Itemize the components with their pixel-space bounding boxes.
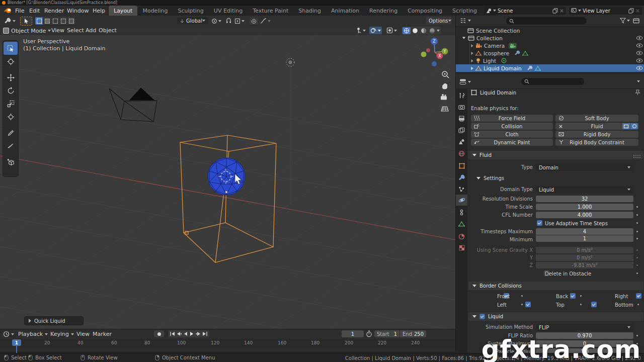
- editor-type-button[interactable]: [4, 18, 16, 24]
- tab-sculpting[interactable]: Sculpting: [173, 6, 208, 16]
- liquid-enable-checkbox[interactable]: [479, 314, 485, 319]
- play-button[interactable]: [189, 331, 195, 336]
- animate-dot[interactable]: [636, 222, 638, 224]
- shading-rendered-button[interactable]: [428, 27, 436, 34]
- options-dropdown[interactable]: Options: [426, 17, 452, 24]
- outliner-filter-button[interactable]: [620, 18, 630, 24]
- camera-view-button[interactable]: [441, 94, 447, 100]
- viewport-menu-add[interactable]: Add: [86, 27, 96, 34]
- gravity-x-field[interactable]: 0 m/s²: [536, 247, 633, 253]
- tab-scene[interactable]: [456, 137, 467, 147]
- eye-icon[interactable]: [636, 43, 643, 48]
- show-overlays-button[interactable]: [369, 27, 382, 34]
- select-mode-extend-button[interactable]: [43, 17, 51, 25]
- viewport-menu-select[interactable]: Select: [67, 27, 84, 34]
- tab-material[interactable]: [456, 231, 467, 241]
- properties-options-chevron-icon[interactable]: [637, 80, 640, 82]
- tool-rotate[interactable]: [4, 84, 18, 97]
- play-reverse-button[interactable]: [183, 331, 188, 336]
- scene-unlink-icon[interactable]: [559, 9, 564, 13]
- adaptive-timesteps-checkbox[interactable]: [537, 220, 542, 226]
- panel-drag-dots-icon[interactable]: [633, 155, 634, 156]
- animate-dot[interactable]: [636, 249, 638, 251]
- settings-subpanel-header[interactable]: Settings: [476, 175, 504, 181]
- tab-texture-paint[interactable]: Texture Paint: [248, 6, 293, 16]
- new-collection-button[interactable]: [633, 18, 639, 24]
- fluid-render-display-toggle[interactable]: [630, 123, 638, 129]
- expand-icon[interactable]: [471, 66, 473, 69]
- expand-icon[interactable]: [471, 59, 473, 62]
- timeline-menu-marker[interactable]: Marker: [93, 331, 112, 337]
- timeline-menu-view[interactable]: View: [76, 331, 90, 337]
- view-layer-copy-icon[interactable]: [628, 8, 634, 14]
- shading-wireframe-button[interactable]: [403, 27, 411, 34]
- animate-dot[interactable]: [636, 214, 638, 216]
- playhead-line[interactable]: [16, 345, 17, 353]
- pan-hand-button[interactable]: [442, 83, 447, 89]
- tab-object-data[interactable]: [456, 219, 467, 229]
- select-mode-new-button[interactable]: [35, 17, 43, 25]
- liquid-domain-box[interactable]: [180, 135, 276, 262]
- shading-solid-button[interactable]: [411, 27, 419, 34]
- animate-dot[interactable]: [636, 257, 638, 258]
- active-tool-button[interactable]: [20, 17, 32, 26]
- resolution-field[interactable]: 32: [536, 196, 633, 202]
- fluid-panel-header[interactable]: Fluid: [468, 151, 643, 159]
- properties-search-input[interactable]: [521, 78, 584, 85]
- breadcrumb[interactable]: Liquid Domain: [471, 89, 516, 96]
- outliner-row-liquid-domain[interactable]: Liquid Domain: [456, 64, 644, 72]
- tool-annotate[interactable]: [4, 126, 18, 139]
- blender-menu-logo-icon[interactable]: [4, 7, 12, 14]
- prev-keyframe-button[interactable]: [176, 331, 182, 336]
- animate-dot[interactable]: [636, 238, 638, 239]
- properties-editor-type-button[interactable]: [459, 78, 471, 85]
- timesteps-max-field[interactable]: 4: [536, 228, 633, 235]
- select-mode-invert-button[interactable]: [59, 17, 67, 25]
- liquid-panel-header[interactable]: Liquid: [468, 312, 643, 321]
- dynamic-paint-button[interactable]: Dynamic Paint: [471, 139, 553, 146]
- animate-dot[interactable]: [637, 295, 639, 297]
- tab-uv-editing[interactable]: UV Editing: [209, 6, 248, 16]
- eye-icon[interactable]: [636, 36, 643, 40]
- tab-animation[interactable]: Animation: [326, 6, 364, 16]
- cfl-field[interactable]: 4.000: [536, 212, 633, 218]
- tab-object[interactable]: [456, 161, 467, 171]
- animate-dot[interactable]: [521, 295, 523, 297]
- animate-dot[interactable]: [521, 304, 523, 305]
- viewport-3d[interactable]: Z Y X User Perspective (1) Collection | …: [0, 35, 455, 329]
- cloth-button[interactable]: Cloth: [471, 131, 553, 138]
- tab-view-layer[interactable]: [456, 125, 467, 135]
- tab-world[interactable]: [456, 148, 467, 158]
- rigid-body-constraint-button[interactable]: Rigid Body Constraint: [555, 139, 638, 146]
- timeline-editor-type-button[interactable]: [3, 331, 14, 337]
- mode-dropdown[interactable]: Object Mode: [3, 27, 51, 35]
- tab-modifiers[interactable]: [456, 172, 467, 183]
- border-left-checkbox[interactable]: [525, 302, 531, 307]
- menu-help[interactable]: Help: [93, 8, 105, 14]
- time-scale-field[interactable]: 1.000: [536, 204, 633, 210]
- tool-move[interactable]: [4, 71, 18, 84]
- tab-layout[interactable]: Layout: [109, 6, 137, 16]
- tab-particles[interactable]: [456, 184, 467, 194]
- jump-to-start-button[interactable]: [170, 331, 175, 336]
- animate-dot[interactable]: [636, 273, 638, 274]
- show-gizmos-button[interactable]: [355, 27, 366, 34]
- tab-modeling[interactable]: Modeling: [137, 6, 173, 16]
- jump-to-end-button[interactable]: [202, 331, 208, 336]
- ortho-toggle-button[interactable]: [441, 107, 448, 111]
- use-preview-range-button[interactable]: [366, 330, 372, 337]
- soft-body-button[interactable]: Soft Body: [555, 115, 638, 122]
- gravity-z-field[interactable]: -9.81 m/s²: [536, 262, 633, 268]
- timeline-menu-keying[interactable]: Keying: [50, 331, 74, 337]
- menu-file[interactable]: File: [15, 8, 24, 14]
- tool-measure[interactable]: [4, 139, 18, 152]
- tool-select-box[interactable]: [4, 42, 18, 55]
- tool-add-cube[interactable]: [4, 155, 18, 168]
- proportional-falloff-button[interactable]: [260, 18, 271, 24]
- timeline-ruler[interactable]: 20 40 60 80 100 120 140 160 180 200 220 …: [0, 339, 455, 347]
- tab-render[interactable]: [456, 102, 467, 112]
- expand-icon[interactable]: [471, 51, 473, 54]
- outliner-row-scene-collection[interactable]: Scene Collection: [456, 27, 644, 34]
- expand-icon[interactable]: [471, 44, 473, 47]
- animate-dot[interactable]: [636, 206, 638, 208]
